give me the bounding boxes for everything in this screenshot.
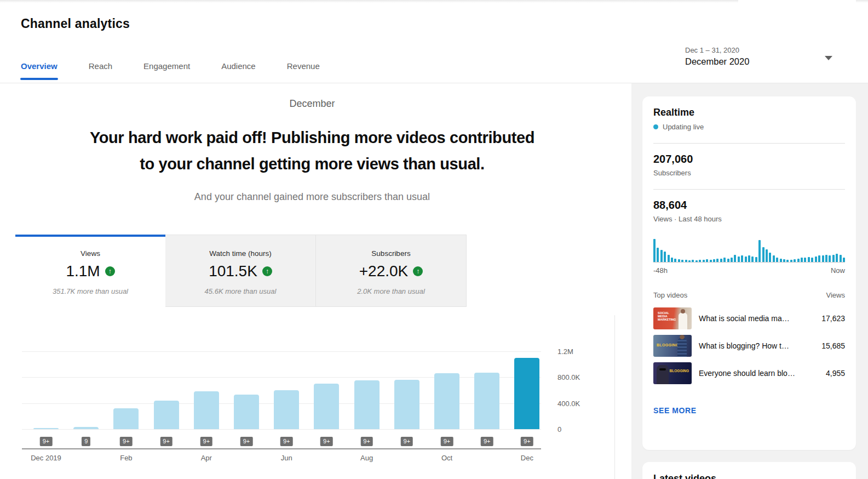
spark-bar (668, 255, 670, 262)
see-more-link[interactable]: SEE MORE (653, 406, 697, 415)
metric-value: +22.0K (359, 263, 409, 280)
realtime-subscribers-label: Subscribers (653, 169, 845, 177)
spark-bar (727, 259, 729, 262)
chart-bar[interactable] (194, 391, 219, 429)
metric-tab-views[interactable]: Views1.1M↑351.7K more than usual (15, 235, 165, 307)
trend-up-icon: ↑ (262, 266, 272, 276)
top-video-row[interactable]: BLOGGINGEveryone should learn blo…4,955 (653, 362, 845, 384)
video-thumbnail: BLOGGING (653, 362, 692, 384)
metric-value-row: 101.5K↑ (165, 263, 315, 280)
spark-bar (716, 259, 718, 262)
chart-bar[interactable] (73, 427, 99, 429)
spark-bar (713, 259, 715, 262)
video-count-badge[interactable]: 9+ (441, 437, 453, 446)
chart-bar[interactable] (234, 395, 259, 429)
date-range-picker[interactable]: Dec 1 – 31, 2020 December 2020 (685, 46, 749, 67)
chart-bar[interactable] (274, 390, 299, 429)
insight-headline: Your hard work paid off! Publishing more… (0, 124, 624, 177)
metric-label: Views (15, 249, 165, 258)
spark-bar (734, 255, 736, 262)
video-count-badge[interactable]: 9+ (360, 437, 373, 446)
thumbnail-person (657, 365, 669, 384)
chart-bar[interactable] (514, 358, 539, 429)
metric-value: 1.1M (66, 263, 100, 280)
top-right-white-panel (738, 0, 856, 8)
spark-bar (769, 253, 771, 262)
metric-tab-watch-time-hours[interactable]: Watch time (hours)101.5K↑45.6K more than… (165, 235, 316, 307)
spark-bar (699, 260, 701, 262)
video-count-badge[interactable]: 9+ (320, 437, 333, 446)
video-count-badge[interactable]: 9+ (120, 437, 133, 446)
chart-bar[interactable] (33, 428, 59, 429)
y-axis-label: 0 (557, 425, 561, 434)
spark-bar (671, 258, 673, 262)
tab-revenue[interactable]: Revenue (287, 61, 320, 85)
tab-reach[interactable]: Reach (89, 61, 112, 85)
chart-bar[interactable] (354, 380, 380, 429)
headline-line-2: to your channel getting more views than … (0, 151, 624, 177)
top-video-row[interactable]: BLOGGINGWhat is blogging? How t…15,685 (653, 335, 845, 357)
thumbnail-person (679, 313, 687, 329)
chart-bar[interactable] (434, 373, 459, 429)
video-count-badge[interactable]: 9+ (40, 437, 53, 446)
top-videos-header-row: Top videos Views (653, 291, 845, 299)
x-axis-label: Dec (521, 454, 533, 462)
video-count-badge[interactable]: 9+ (401, 437, 413, 446)
spark-bar (738, 256, 740, 263)
video-count-badge[interactable]: 9+ (240, 437, 253, 446)
spark-bar (773, 255, 775, 262)
y-axis-label: 800.0K (557, 373, 580, 381)
tab-audience[interactable]: Audience (221, 61, 256, 85)
x-axis-line (22, 448, 541, 449)
top-video-row[interactable]: SOCIAL MEDIA MARKETINGWhat is social med… (653, 307, 845, 329)
date-dropdown-arrow-icon[interactable] (825, 56, 832, 60)
metric-tab-cards: Views1.1M↑351.7K more than usualWatch ti… (15, 235, 467, 307)
chart-bar[interactable] (314, 384, 339, 429)
thumbnail-text: SOCIAL MEDIA MARKETING (658, 311, 677, 321)
metric-value-row: 1.1M↑ (15, 263, 165, 280)
tab-overview[interactable]: Overview (21, 61, 58, 85)
spark-bar (703, 260, 705, 262)
spark-bar (751, 256, 754, 263)
metric-delta: 2.0K more than usual (316, 287, 466, 295)
video-count-badge[interactable]: 9+ (521, 437, 533, 446)
analytics-tabs: OverviewReachEngagementAudienceRevenue (21, 61, 320, 85)
spark-bar (776, 258, 778, 262)
spark-bar (818, 255, 820, 262)
views-chart: 1.2M800.0K400.0K09+99+9+9+9+9+9+9+9+9+9+… (22, 315, 542, 479)
video-count-badge[interactable]: 9+ (481, 437, 493, 446)
realtime-views-label: Views · Last 48 hours (653, 215, 845, 223)
video-count-badge[interactable]: 9+ (160, 437, 173, 446)
video-count-badge[interactable]: 9 (82, 437, 90, 446)
video-count-badge[interactable]: 9+ (280, 437, 293, 446)
y-axis-label: 1.2M (557, 347, 573, 356)
tab-engagement[interactable]: Engagement (143, 61, 190, 85)
chart-bar[interactable] (154, 401, 179, 429)
spark-bar (783, 259, 785, 262)
metric-tab-subscribers[interactable]: Subscribers+22.0K↑2.0K more than usual (316, 235, 467, 307)
top-videos-header: Top videos (653, 291, 687, 299)
spark-bar (794, 259, 796, 262)
card-divider (653, 143, 845, 144)
spark-bar (758, 240, 761, 262)
spark-bar (797, 259, 800, 262)
chart-bar[interactable] (113, 408, 139, 429)
content-vertical-divider (614, 315, 615, 479)
page-title: Channel analytics (21, 16, 130, 31)
x-axis-label: Dec 2019 (31, 454, 61, 462)
video-title: What is social media ma… (699, 314, 814, 323)
realtime-sparkline-chart[interactable] (653, 238, 845, 263)
chart-bar[interactable] (474, 373, 499, 429)
video-title: Everyone should learn blo… (699, 369, 819, 378)
x-axis-label: Jun (281, 454, 292, 462)
headline-line-1: Your hard work paid off! Publishing more… (0, 124, 624, 151)
realtime-card: Realtime Updating live 207,060 Subscribe… (642, 96, 856, 450)
sparkline-axis-right: Now (831, 266, 845, 275)
video-count-badge[interactable]: 9+ (200, 437, 213, 446)
date-selected-text: December 2020 (685, 56, 749, 67)
sparkline-axis-left: -48h (653, 266, 668, 275)
spark-bar (657, 248, 659, 262)
spark-bar (723, 258, 726, 262)
chart-bar[interactable] (394, 380, 419, 429)
sparkline-axis: -48h Now (653, 266, 845, 275)
